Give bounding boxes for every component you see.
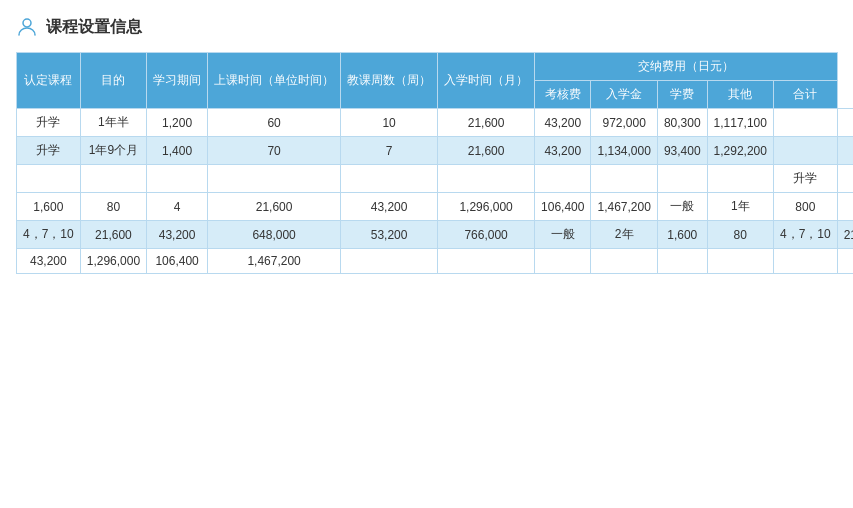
table-cell: 93,400	[657, 137, 707, 165]
table-cell: 一般	[657, 193, 707, 221]
col-total: 合计	[773, 81, 837, 109]
table-cell: 21,600	[438, 109, 535, 137]
table-cell	[591, 249, 657, 274]
col-other: 其他	[707, 81, 773, 109]
page-title: 课程设置信息	[16, 16, 837, 38]
table-cell	[341, 249, 438, 274]
col-weeks: 教课周数（周）	[341, 53, 438, 109]
table-cell	[657, 165, 707, 193]
svg-point-0	[23, 19, 31, 27]
table-cell: 2年	[837, 165, 853, 193]
col-purpose: 目的	[80, 53, 146, 109]
table-row: 43,2001,296,000106,4001,467,200	[17, 249, 854, 274]
table-cell: 4	[147, 193, 208, 221]
table-cell: 1,400	[147, 137, 208, 165]
table-cell	[535, 165, 591, 193]
table-row: 升学1年9个月1,40070721,60043,2001,134,00093,4…	[17, 137, 854, 165]
col-period: 学习期间	[147, 53, 208, 109]
table-row: 1,60080421,60043,2001,296,000106,4001,46…	[17, 193, 854, 221]
table-cell: 1,467,200	[591, 193, 657, 221]
table-cell: 7	[341, 137, 438, 165]
table-row: 升学1年半1,200601021,60043,200972,00080,3001…	[17, 109, 854, 137]
table-row: 4，7，1021,60043,200648,00053,200766,000一般…	[17, 221, 854, 249]
table-row: 升学2年	[17, 165, 854, 193]
table-cell: 21,600	[837, 221, 853, 249]
table-cell	[707, 165, 773, 193]
table-cell	[773, 137, 837, 165]
table-cell	[773, 249, 837, 274]
col-tuition: 学费	[657, 81, 707, 109]
table-cell	[341, 165, 438, 193]
table-cell: 10	[341, 109, 438, 137]
table-cell: 4，7，10	[773, 221, 837, 249]
col-class-time: 上课时间（单位时间）	[208, 53, 341, 109]
table-cell	[535, 249, 591, 274]
table-cell: 43,200	[17, 249, 81, 274]
table-cell	[707, 249, 773, 274]
table-cell: 80	[707, 221, 773, 249]
table-cell: 800	[773, 193, 837, 221]
table-cell: 648,000	[208, 221, 341, 249]
table-cell	[837, 249, 853, 274]
table-cell	[591, 165, 657, 193]
table-cell	[773, 109, 837, 137]
table-cell	[657, 249, 707, 274]
table-cell	[837, 137, 853, 165]
table-cell	[438, 165, 535, 193]
table-cell: 53,200	[341, 221, 438, 249]
table-cell	[80, 165, 146, 193]
table-cell: 43,200	[535, 137, 591, 165]
table-cell: 70	[208, 137, 341, 165]
table-cell: 40	[837, 193, 853, 221]
table-cell: 1,467,200	[208, 249, 341, 274]
table-cell: 106,400	[535, 193, 591, 221]
col-entry-fee: 入学金	[591, 81, 657, 109]
person-icon	[16, 16, 38, 38]
col-exam-fee: 考核费	[535, 81, 591, 109]
table-cell: 43,200	[341, 193, 438, 221]
table-cell: 1,200	[147, 109, 208, 137]
table-cell: 1年	[707, 193, 773, 221]
col-course: 认定课程	[17, 53, 81, 109]
table-cell: 升学	[773, 165, 837, 193]
table-cell: 766,000	[438, 221, 535, 249]
table-cell	[17, 165, 81, 193]
table-cell: 2年	[591, 221, 657, 249]
table-cell: 972,000	[591, 109, 657, 137]
col-fees: 交纳费用（日元）	[535, 53, 838, 81]
table-cell: 1,296,000	[438, 193, 535, 221]
table-cell: 1,134,000	[591, 137, 657, 165]
col-entry-month: 入学时间（月）	[438, 53, 535, 109]
table-cell: 1,296,000	[80, 249, 146, 274]
table-cell: 21,600	[438, 137, 535, 165]
table-cell: 1年9个月	[80, 137, 146, 165]
table-cell: 升学	[17, 109, 81, 137]
table-cell: 60	[208, 109, 341, 137]
table-cell: 43,200	[535, 109, 591, 137]
table-cell: 一般	[535, 221, 591, 249]
table-cell: 21,600	[208, 193, 341, 221]
table-cell: 1,600	[657, 221, 707, 249]
table-cell: 80	[80, 193, 146, 221]
table-cell	[837, 109, 853, 137]
table-cell: 1,292,200	[707, 137, 773, 165]
table-cell: 43,200	[147, 221, 208, 249]
table-cell: 1,600	[17, 193, 81, 221]
table-cell: 21,600	[80, 221, 146, 249]
table-cell: 升学	[17, 137, 81, 165]
header-row-1: 认定课程 目的 学习期间 上课时间（单位时间） 教课周数（周） 入学时间（月） …	[17, 53, 854, 81]
table-cell	[208, 165, 341, 193]
course-table: 认定课程 目的 学习期间 上课时间（单位时间） 教课周数（周） 入学时间（月） …	[16, 52, 853, 274]
table-cell: 1年半	[80, 109, 146, 137]
table-cell: 1,117,100	[707, 109, 773, 137]
table-cell: 80,300	[657, 109, 707, 137]
table-cell	[147, 165, 208, 193]
table-cell: 4，7，10	[17, 221, 81, 249]
table-cell: 106,400	[147, 249, 208, 274]
table-cell	[438, 249, 535, 274]
